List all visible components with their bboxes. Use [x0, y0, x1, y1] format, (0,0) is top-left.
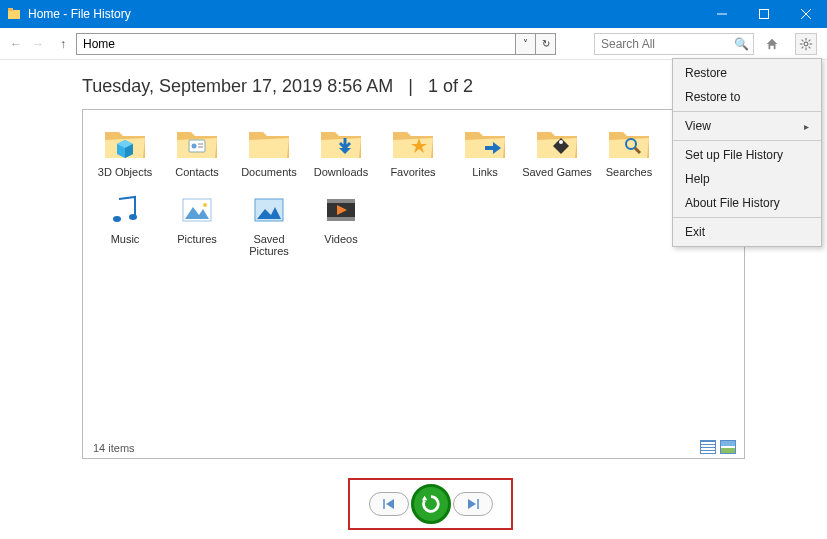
- toolbar: ← → ↑ ˅ ↻ 🔍: [0, 28, 827, 60]
- folder-icon: [173, 191, 221, 231]
- nav-arrows: ← →: [10, 37, 44, 51]
- previous-version-button[interactable]: [369, 492, 409, 516]
- restore-button[interactable]: [411, 484, 451, 524]
- close-button[interactable]: [785, 0, 827, 28]
- svg-line-11: [802, 39, 804, 41]
- folder-label: Downloads: [305, 166, 377, 179]
- svg-marker-46: [421, 496, 427, 501]
- menu-help[interactable]: Help: [673, 167, 821, 191]
- folder-label: 3D Objects: [89, 166, 161, 179]
- folder-icon: [461, 124, 509, 164]
- maximize-button[interactable]: [743, 0, 785, 28]
- forward-button[interactable]: →: [32, 37, 44, 51]
- view-switcher: [700, 440, 736, 454]
- refresh-button[interactable]: ↻: [536, 33, 556, 55]
- next-version-button[interactable]: [453, 492, 493, 516]
- svg-rect-3: [760, 10, 769, 19]
- status-item-count: 14 items: [93, 442, 135, 454]
- svg-line-13: [809, 39, 811, 41]
- menu-separator: [673, 111, 821, 112]
- address-dropdown-button[interactable]: ˅: [516, 33, 536, 55]
- folder-label: Documents: [233, 166, 305, 179]
- folder-label: Pictures: [161, 233, 233, 246]
- folder-item[interactable]: Videos: [305, 191, 377, 258]
- menu-about[interactable]: About File History: [673, 191, 821, 215]
- svg-rect-0: [8, 10, 20, 19]
- menu-view[interactable]: View▸: [673, 114, 821, 138]
- window-title: Home - File History: [28, 7, 701, 21]
- svg-rect-42: [327, 217, 355, 221]
- address-input[interactable]: [76, 33, 516, 55]
- folder-label: Music: [89, 233, 161, 246]
- folder-label: Links: [449, 166, 521, 179]
- back-button[interactable]: ←: [10, 37, 22, 51]
- svg-rect-41: [327, 199, 355, 203]
- folder-label: Contacts: [161, 166, 233, 179]
- svg-marker-45: [386, 499, 394, 509]
- address-bar: ˅ ↻: [76, 33, 556, 55]
- folder-icon: [605, 124, 653, 164]
- folder-item[interactable]: Documents: [233, 124, 305, 179]
- folder-item[interactable]: 3D Objects: [89, 124, 161, 179]
- folder-icon: [317, 191, 365, 231]
- menu-exit[interactable]: Exit: [673, 220, 821, 244]
- svg-rect-18: [189, 140, 205, 152]
- folder-label: Favorites: [377, 166, 449, 179]
- folder-item[interactable]: Contacts: [161, 124, 233, 179]
- snapshot-page-count: 1 of 2: [428, 76, 473, 96]
- folder-icon: [245, 191, 293, 231]
- restore-controls-highlight: [348, 478, 513, 530]
- up-button[interactable]: ↑: [60, 37, 66, 51]
- folder-icon: [173, 124, 221, 164]
- folder-item[interactable]: Saved Games: [521, 124, 593, 179]
- details-view-button[interactable]: [700, 440, 716, 454]
- folder-label: Saved Pictures: [233, 233, 305, 258]
- svg-point-33: [113, 216, 121, 222]
- folder-icon: [389, 124, 437, 164]
- svg-point-6: [804, 42, 808, 46]
- content-panel: 3D ObjectsContactsDocumentsDownloadsFavo…: [82, 109, 745, 459]
- header-separator: |: [408, 76, 413, 96]
- thumbnails-view-button[interactable]: [720, 440, 736, 454]
- svg-line-12: [809, 46, 811, 48]
- folder-icon: [317, 124, 365, 164]
- menu-setup-file-history[interactable]: Set up File History: [673, 143, 821, 167]
- menu-separator: [673, 217, 821, 218]
- folder-item[interactable]: Saved Pictures: [233, 191, 305, 258]
- folder-icon: [101, 124, 149, 164]
- folder-label: Searches: [593, 166, 665, 179]
- home-icon[interactable]: [761, 33, 783, 55]
- folder-grid: 3D ObjectsContactsDocumentsDownloadsFavo…: [83, 110, 744, 280]
- folder-item[interactable]: Downloads: [305, 124, 377, 179]
- folder-label: Videos: [305, 233, 377, 246]
- chevron-right-icon: ▸: [804, 121, 809, 132]
- app-icon: [6, 6, 22, 22]
- svg-line-14: [802, 46, 804, 48]
- folder-item[interactable]: Music: [89, 191, 161, 258]
- folder-icon: [101, 191, 149, 231]
- settings-menu: Restore Restore to View▸ Set up File His…: [672, 58, 822, 247]
- svg-rect-1: [8, 8, 13, 11]
- search-wrap: 🔍: [594, 33, 749, 55]
- minimize-button[interactable]: [701, 0, 743, 28]
- snapshot-datetime: Tuesday, September 17, 2019 8:56 AM: [82, 76, 393, 96]
- folder-icon: [245, 124, 293, 164]
- svg-marker-47: [468, 499, 476, 509]
- settings-gear-button[interactable]: [795, 33, 817, 55]
- menu-restore-to[interactable]: Restore to: [673, 85, 821, 109]
- svg-point-26: [559, 140, 563, 144]
- svg-point-34: [129, 214, 137, 220]
- search-icon: 🔍: [734, 37, 749, 51]
- svg-point-19: [192, 144, 197, 149]
- svg-point-37: [203, 203, 207, 207]
- folder-label: Saved Games: [521, 166, 593, 179]
- menu-restore[interactable]: Restore: [673, 61, 821, 85]
- folder-item[interactable]: Favorites: [377, 124, 449, 179]
- search-input[interactable]: [594, 33, 754, 55]
- menu-separator: [673, 140, 821, 141]
- window-titlebar: Home - File History: [0, 0, 827, 28]
- folder-icon: [533, 124, 581, 164]
- folder-item[interactable]: Links: [449, 124, 521, 179]
- folder-item[interactable]: Searches: [593, 124, 665, 179]
- folder-item[interactable]: Pictures: [161, 191, 233, 258]
